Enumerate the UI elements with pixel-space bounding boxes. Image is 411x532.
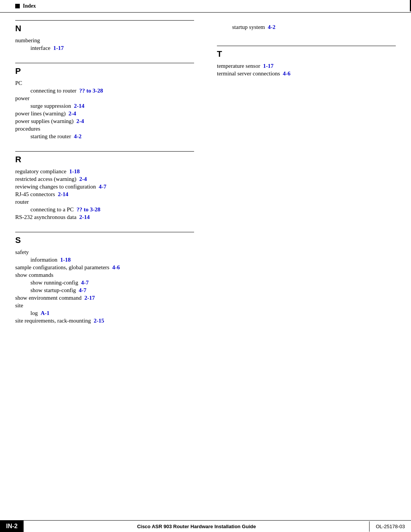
entry-terminal-server: terminal server connections 4-6	[217, 70, 396, 77]
subentry-show-running: show running-config 4-7	[30, 280, 194, 286]
entry-power-lines: power lines (warning) 2-4	[15, 110, 194, 117]
subentry-connecting-to-pc: connecting to a PC ?? to 3-28	[30, 206, 194, 213]
section-R-letter: R	[15, 155, 194, 165]
subentry-safety-info: information 1-18	[30, 257, 194, 263]
section-P: P PC connecting to router ?? to 3-28 pow…	[15, 63, 194, 140]
link-log-A-1[interactable]: A-1	[41, 310, 49, 316]
link-regulatory-1-18[interactable]: 1-18	[69, 168, 80, 174]
link-terminal-4-6[interactable]: 4-6	[283, 70, 290, 77]
link-rj45-2-14[interactable]: 2-14	[58, 191, 68, 197]
link-power-lines-2-4[interactable]: 2-4	[68, 110, 76, 117]
page-number-badge: IN-2	[0, 521, 24, 532]
section-T: T temperature sensor 1-17 terminal serve…	[217, 46, 396, 77]
link-connecting-pc[interactable]: ?? to 3-28	[76, 206, 100, 212]
entry-reviewing-changes: reviewing changes to configuration 4-7	[15, 184, 194, 190]
subentry-starting-router: starting the router 4-2	[30, 133, 194, 140]
section-N-divider	[15, 20, 194, 21]
subentry-surge-suppression: surge suppression 2-14	[30, 103, 194, 109]
link-restricted-2-4[interactable]: 2-4	[79, 176, 87, 182]
entry-sample-configs: sample configurations, global parameters…	[15, 264, 194, 271]
section-T-letter: T	[217, 49, 396, 59]
entry-PC: PC	[15, 80, 194, 86]
entry-power: power	[15, 95, 194, 102]
entry-numbering: numbering	[15, 37, 194, 44]
page-header: Index	[0, 0, 411, 13]
link-temp-1-17[interactable]: 1-17	[263, 63, 274, 69]
entry-show-environment: show environment command 2-17	[15, 295, 194, 301]
section-T-divider	[217, 46, 396, 46]
link-rs232-2-14[interactable]: 2-14	[79, 214, 90, 220]
link-power-supplies-2-4[interactable]: 2-4	[76, 118, 84, 124]
link-sample-configs-4-6[interactable]: 4-6	[112, 264, 120, 270]
entry-procedures: procedures	[15, 126, 194, 132]
footer-doc-number: OL-25178-03	[369, 521, 411, 532]
link-show-env-2-17[interactable]: 2-17	[84, 295, 95, 301]
link-starting-router-4-2[interactable]: 4-2	[74, 133, 81, 139]
link-connecting-router[interactable]: ?? to 3-28	[79, 88, 103, 94]
link-surge-2-14[interactable]: 2-14	[74, 103, 84, 109]
entry-temperature: temperature sensor 1-17	[217, 63, 396, 69]
link-interface-1-17[interactable]: 1-17	[53, 45, 64, 51]
subentry-startup-system: startup system 4-2	[232, 24, 396, 30]
entry-site-requirements: site requirements, rack-mounting 2-15	[15, 318, 194, 324]
entry-rs232: RS-232 asynchronous data 2-14	[15, 214, 194, 220]
page-footer: IN-2 Cisco ASR 903 Router Hardware Insta…	[0, 520, 411, 532]
subentry-connecting-to-router: connecting to router ?? to 3-28	[30, 88, 194, 94]
subentry-interface: interface 1-17	[30, 45, 194, 51]
section-R-divider	[15, 151, 194, 152]
section-N-letter: N	[15, 24, 194, 34]
section-S-divider	[15, 232, 194, 232]
section-S-continued: startup system 4-2	[217, 24, 396, 30]
main-content: N numbering interface 1-17 P PC connecti…	[0, 20, 411, 335]
section-S-letter: S	[15, 235, 194, 245]
entry-restricted-access: restricted access (warning) 2-4	[15, 176, 194, 182]
subentry-log: log A-1	[30, 310, 194, 316]
entry-power-supplies: power supplies (warning) 2-4	[15, 118, 194, 125]
entry-router: router	[15, 199, 194, 205]
link-reviewing-4-7[interactable]: 4-7	[99, 184, 107, 190]
entry-rj45: RJ-45 connectors 2-14	[15, 191, 194, 198]
section-S: S safety information 1-18 sample configu…	[15, 232, 194, 324]
footer-book-title: Cisco ASR 903 Router Hardware Installati…	[24, 524, 369, 529]
section-P-letter: P	[15, 66, 194, 76]
header-title: Index	[23, 3, 36, 9]
entry-safety: safety	[15, 249, 194, 256]
link-show-startup-4-7[interactable]: 4-7	[79, 287, 86, 293]
subentry-show-startup: show startup-config 4-7	[30, 287, 194, 294]
section-R: R regulatory compliance 1-18 restricted …	[15, 151, 194, 220]
entry-regulatory: regulatory compliance 1-18	[15, 168, 194, 175]
page-container: Index N numbering interface 1-17 P PC co…	[0, 0, 411, 532]
link-site-req-2-15[interactable]: 2-15	[94, 318, 104, 324]
link-show-running-4-7[interactable]: 4-7	[81, 280, 89, 286]
entry-site: site	[15, 302, 194, 309]
entry-show-commands: show commands	[15, 272, 194, 278]
section-P-divider	[15, 63, 194, 63]
link-safety-info-1-18[interactable]: 1-18	[60, 257, 71, 263]
index-icon	[15, 4, 20, 8]
left-column: N numbering interface 1-17 P PC connecti…	[15, 20, 206, 335]
link-startup-system-4-2[interactable]: 4-2	[268, 24, 276, 30]
right-column: startup system 4-2 T temperature sensor …	[206, 20, 396, 335]
section-N: N numbering interface 1-17	[15, 20, 194, 51]
